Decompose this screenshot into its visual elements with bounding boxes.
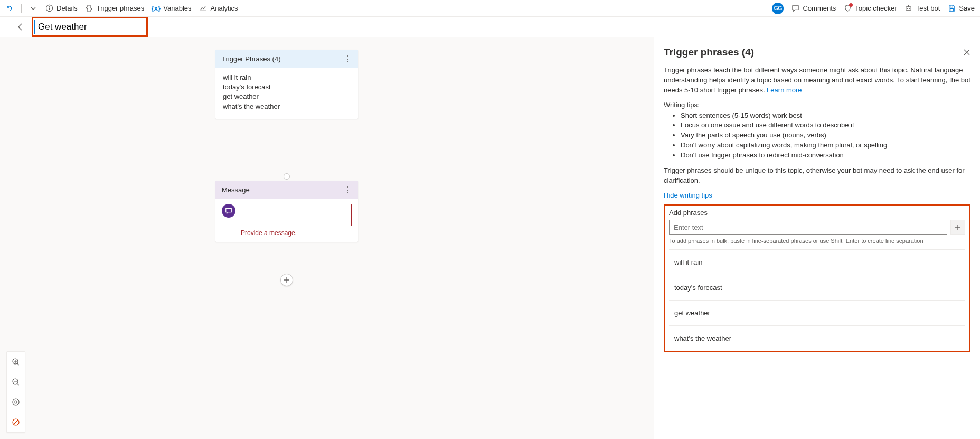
message-node[interactable]: Message ⋮ Provide a message. [215, 181, 358, 242]
topic-checker-button[interactable]: Topic checker [843, 4, 897, 13]
panel-intro-text: Trigger phrases teach the bot different … [664, 66, 970, 96]
unique-topics-text: Trigger phrases should be unique to this… [664, 166, 970, 186]
canvas-phrase: get weather [223, 92, 351, 101]
save-icon [947, 4, 956, 13]
topic-title-input[interactable] [34, 20, 145, 34]
hide-writing-tips-link[interactable]: Hide writing tips [664, 191, 712, 199]
connector-port [284, 173, 290, 180]
trigger-phrases-button[interactable]: Trigger phrases [85, 4, 145, 13]
writing-tips-list: Short sentences (5-15 words) work best F… [664, 111, 970, 161]
trigger-node-body: will it rain today's forecast get weathe… [215, 68, 358, 119]
phrase-list-item[interactable]: will it rain [669, 250, 965, 275]
connector-line [287, 233, 287, 277]
message-node-title: Message [222, 186, 250, 194]
add-phrase-hint: To add phrases in bulk, paste in line-se… [669, 238, 965, 244]
zoom-in-button[interactable] [7, 352, 25, 372]
save-label: Save [959, 4, 975, 12]
svg-point-4 [907, 8, 908, 9]
toolbar-right: GG Comments Topic checker Test bot Save [772, 3, 975, 14]
test-bot-button[interactable]: Test bot [904, 4, 940, 13]
trigger-node-more-button[interactable]: ⋮ [343, 54, 352, 64]
message-node-more-button[interactable]: ⋮ [343, 185, 352, 195]
add-phrases-highlight: Add phrases To add phrases in bulk, past… [664, 204, 970, 352]
more-chevron-button[interactable] [29, 4, 37, 13]
panel-header: Trigger phrases (4) [664, 46, 970, 58]
svg-rect-3 [906, 7, 911, 11]
variables-label: Variables [163, 4, 191, 12]
writing-tip: Focus on one issue and use different wor… [681, 120, 970, 130]
topic-checker-icon [843, 4, 852, 13]
trigger-phrases-node[interactable]: Trigger Phrases (4) ⋮ will it rain today… [215, 50, 358, 119]
message-text-input[interactable] [241, 204, 352, 226]
panel-title: Trigger phrases (4) [664, 46, 754, 58]
add-node-button[interactable] [280, 274, 293, 286]
trigger-phrases-panel: Trigger phrases (4) Trigger phrases teac… [654, 37, 980, 439]
add-phrases-label: Add phrases [669, 209, 965, 217]
close-panel-button[interactable] [963, 49, 970, 56]
zoom-fit-button[interactable] [7, 392, 25, 412]
add-phrase-input[interactable] [669, 220, 947, 235]
topic-checker-label: Topic checker [855, 4, 897, 12]
canvas-phrase: what's the weather [223, 102, 351, 111]
writing-tip: Vary the parts of speech you use (nouns,… [681, 130, 970, 141]
top-toolbar: Details Trigger phrases {x} Variables An… [0, 0, 980, 17]
undo-button[interactable] [5, 4, 14, 13]
writing-tip: Don't use trigger phrases to redirect mi… [681, 151, 970, 161]
trigger-icon [85, 4, 93, 13]
title-row [0, 17, 980, 37]
save-button[interactable]: Save [947, 4, 975, 13]
variables-button[interactable]: {x} Variables [152, 4, 191, 13]
message-node-body [215, 199, 358, 229]
message-icon [222, 204, 235, 218]
analytics-button[interactable]: Analytics [199, 4, 238, 13]
add-phrase-row [669, 220, 965, 235]
variables-icon: {x} [152, 4, 160, 13]
trigger-node-header: Trigger Phrases (4) ⋮ [215, 50, 358, 68]
svg-point-8 [15, 401, 17, 403]
chevron-down-icon [29, 4, 37, 13]
connector-line [287, 117, 287, 176]
topic-title-highlight [32, 17, 148, 37]
comments-label: Comments [803, 4, 836, 12]
comments-button[interactable]: Comments [791, 4, 836, 13]
message-node-header: Message ⋮ [215, 181, 358, 199]
back-button[interactable] [16, 22, 25, 32]
svg-point-9 [13, 399, 19, 405]
details-label: Details [56, 4, 78, 12]
writing-tips-title: Writing tips: [664, 101, 970, 109]
writing-tip: Don't worry about capitalizing words, ma… [681, 141, 970, 151]
phrase-list-item[interactable]: what's the weather [669, 326, 965, 351]
trigger-node-title: Trigger Phrases (4) [222, 55, 281, 63]
details-button[interactable]: Details [45, 4, 78, 13]
phrase-list: will it rain today's forecast get weathe… [669, 249, 965, 351]
svg-rect-2 [49, 8, 49, 10]
zoom-out-button[interactable] [7, 372, 25, 392]
toolbar-left: Details Trigger phrases {x} Variables An… [5, 4, 238, 13]
analytics-icon [199, 4, 208, 13]
bot-icon [904, 4, 913, 13]
svg-point-5 [909, 8, 910, 9]
zoom-reset-button[interactable] [7, 412, 25, 432]
writing-tip: Short sentences (5-15 words) work best [681, 111, 970, 121]
test-bot-label: Test bot [916, 4, 940, 12]
analytics-label: Analytics [211, 4, 238, 12]
undo-icon [5, 4, 14, 13]
toolbar-divider [21, 4, 22, 13]
add-phrase-button[interactable] [950, 220, 965, 235]
info-icon [45, 4, 53, 13]
learn-more-link[interactable]: Learn more [767, 86, 802, 94]
canvas-phrase: will it rain [223, 73, 351, 82]
phrase-list-item[interactable]: today's forecast [669, 275, 965, 301]
canvas-zoom-toolbar [6, 351, 25, 433]
trigger-phrases-label: Trigger phrases [97, 4, 145, 12]
authoring-canvas[interactable]: Trigger Phrases (4) ⋮ will it rain today… [0, 37, 654, 439]
main-area: Trigger Phrases (4) ⋮ will it rain today… [0, 37, 980, 439]
canvas-phrase: today's forecast [223, 82, 351, 92]
avatar[interactable]: GG [772, 3, 784, 14]
svg-point-1 [49, 6, 50, 7]
phrase-list-item[interactable]: get weather [669, 301, 965, 326]
comment-icon [791, 4, 799, 13]
